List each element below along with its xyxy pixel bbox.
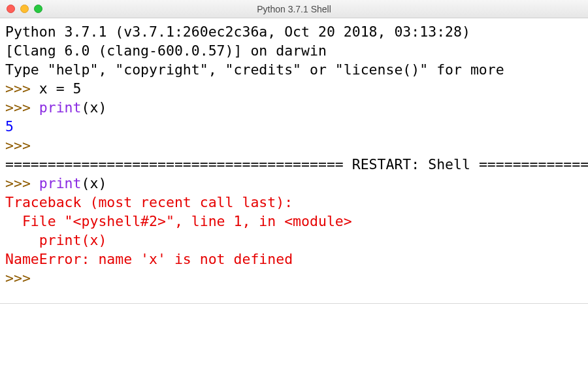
banner-line: Python 3.7.1 (v3.7.1:260ec2c36a, Oct 20 … — [5, 24, 470, 40]
restart-label: RESTART: Shell — [344, 156, 479, 172]
shell-input-paren: ( — [82, 175, 90, 191]
restart-sep-right: ============= — [479, 156, 588, 172]
prompt: >>> — [5, 137, 39, 154]
shell-input-paren: ) — [98, 99, 106, 116]
shell-input: x = 5 — [39, 80, 82, 97]
shell-output-number: 5 — [5, 118, 14, 135]
traceback-line: print(x) — [5, 232, 106, 248]
shell-input-paren: ) — [98, 175, 106, 191]
banner-line: Type "help", "copyright", "credits" or "… — [5, 61, 504, 78]
shell-input-call: print — [39, 99, 82, 116]
shell-input-arg: x — [90, 99, 98, 116]
traceback-line: Traceback (most recent call last): — [5, 194, 293, 210]
shell-input-arg: x — [90, 175, 98, 191]
shell-input-call: print — [39, 175, 82, 191]
traceback-line: NameError: name 'x' is not defined — [5, 251, 293, 267]
prompt: >>> — [5, 175, 39, 191]
banner-line: [Clang 6.0 (clang-600.0.57)] on darwin — [5, 42, 327, 59]
divider — [0, 303, 588, 304]
restart-sep-left: ======================================== — [5, 156, 344, 172]
traceback-line: File "<pyshell#2>", line 1, in <module> — [5, 213, 352, 229]
shell-output[interactable]: Python 3.7.1 (v3.7.1:260ec2c36a, Oct 20 … — [0, 18, 588, 291]
window-title: Python 3.7.1 Shell — [0, 4, 588, 14]
prompt: >>> — [5, 270, 39, 286]
shell-input-paren: ( — [82, 99, 90, 116]
prompt: >>> — [5, 80, 39, 97]
window-titlebar: Python 3.7.1 Shell — [0, 0, 588, 18]
restart-separator: ========================================… — [5, 156, 588, 172]
prompt: >>> — [5, 99, 39, 116]
